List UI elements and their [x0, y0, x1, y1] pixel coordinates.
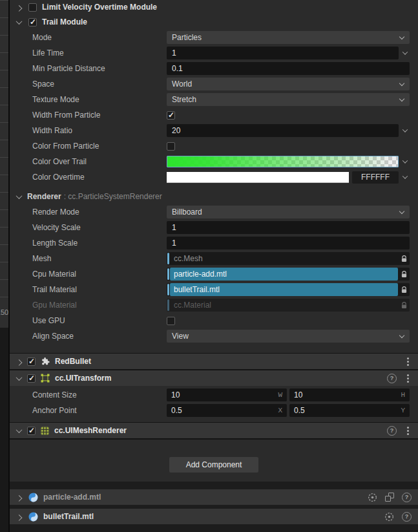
- property-label: Width Ratio: [10, 126, 167, 135]
- input-value: 0.5: [294, 406, 401, 415]
- curve-mode-chevron-icon[interactable]: [401, 51, 410, 55]
- component-header-uimeshrenderer[interactable]: cc.UIMeshRenderer: [10, 423, 418, 438]
- adjacent-panel-edge: 50: [0, 0, 8, 532]
- property-label: Life Time: [10, 48, 167, 58]
- chevron-down-icon[interactable]: [14, 17, 23, 27]
- kebab-menu-icon[interactable]: [403, 425, 412, 436]
- curve-mode-chevron-icon[interactable]: [401, 129, 410, 133]
- content-size-height-input[interactable]: 10 H: [289, 388, 410, 401]
- life-time-input[interactable]: 1: [167, 47, 399, 59]
- space-dropdown[interactable]: World: [167, 78, 410, 90]
- chevron-right-icon[interactable]: [14, 357, 23, 366]
- help-icon[interactable]: [387, 374, 397, 383]
- color-mode-chevron-icon[interactable]: [401, 175, 410, 179]
- texture-mode-dropdown[interactable]: Stretch: [167, 93, 410, 106]
- property-label: Align Space: [10, 332, 167, 341]
- velocity-scale-input[interactable]: 1: [167, 221, 410, 234]
- property-row-space: Space World: [10, 76, 418, 92]
- panel-bottom-fill: [10, 524, 418, 532]
- hex-value-box[interactable]: FFFFFF: [352, 171, 399, 184]
- property-row-cpu-material: Cpu Material particle-add.mtl: [10, 266, 418, 282]
- node-header-redbullet[interactable]: RedBullet: [10, 354, 418, 369]
- color-swatch[interactable]: [167, 172, 349, 183]
- chevron-down-icon: [399, 81, 404, 86]
- asset-slot-value: particle-add.mtl: [170, 268, 398, 281]
- align-space-dropdown[interactable]: View: [167, 330, 410, 343]
- property-row-mesh: Mesh cc.Mesh: [10, 251, 418, 266]
- anchor-point-x-input[interactable]: 0.5 X: [167, 404, 287, 417]
- property-label: Color Overtime: [10, 173, 167, 182]
- add-component-button[interactable]: Add Component: [169, 457, 258, 473]
- chevron-right-icon[interactable]: [14, 512, 23, 521]
- help-icon[interactable]: [402, 493, 412, 502]
- node-enabled-checkbox[interactable]: [27, 357, 36, 366]
- asset-name: particle-add.mtl: [43, 493, 101, 502]
- chevron-right-icon[interactable]: [14, 493, 23, 502]
- anchor-point-y-input[interactable]: 0.5 Y: [289, 404, 410, 417]
- mode-dropdown[interactable]: Particles: [167, 31, 410, 44]
- property-label: Color Over Trail: [10, 157, 167, 166]
- property-row-color-from-particle: Color From Particle: [10, 138, 418, 154]
- axis-suffix-y: Y: [401, 407, 405, 414]
- asset-header-bullettrail[interactable]: bulletTrail.mtl: [10, 509, 418, 524]
- copy-icon[interactable]: [385, 493, 394, 502]
- cpu-material-asset-slot[interactable]: particle-add.mtl: [167, 268, 410, 281]
- render-mode-dropdown[interactable]: Billboard: [167, 206, 410, 218]
- lock-icon[interactable]: [399, 283, 410, 296]
- property-row-min-particle-distance: Min Particle Distance 0.1: [10, 61, 418, 76]
- property-row-mode: Mode Particles: [10, 30, 418, 45]
- gradient-mode-chevron-icon[interactable]: [401, 160, 410, 164]
- min-particle-distance-input[interactable]: 0.1: [167, 62, 410, 75]
- use-gpu-checkbox[interactable]: [167, 317, 175, 325]
- color-from-particle-checkbox[interactable]: [167, 142, 175, 151]
- width-ratio-input[interactable]: 20: [167, 124, 399, 137]
- property-label: Velocity Scale: [10, 223, 167, 232]
- chevron-down-icon[interactable]: [14, 426, 23, 435]
- renderer-section-header[interactable]: Renderer : cc.ParticleSystemRenderer: [10, 189, 418, 204]
- property-label: Content Size: [10, 390, 167, 399]
- property-label: Mesh: [10, 254, 167, 263]
- asset-slot-placeholder: cc.Mesh: [170, 252, 398, 265]
- asset-slot-value: bulletTrail.mtl: [170, 283, 398, 296]
- locate-asset-icon[interactable]: [384, 512, 394, 522]
- input-value: 0.5: [171, 406, 278, 415]
- component-enabled-checkbox[interactable]: [27, 374, 36, 383]
- grid-strip: [0, 0, 8, 328]
- node-name: RedBullet: [55, 357, 91, 366]
- component-name: cc.UIMeshRenderer: [54, 426, 127, 435]
- chevron-down-icon[interactable]: [14, 374, 23, 383]
- gradient-swatch[interactable]: [167, 156, 399, 167]
- section-title: Renderer: [27, 192, 61, 201]
- property-label: Width From Particle: [10, 111, 167, 120]
- locate-asset-icon[interactable]: [368, 493, 377, 502]
- axis-suffix-w: W: [278, 391, 282, 399]
- kebab-menu-icon[interactable]: [403, 373, 412, 383]
- input-value: 1: [172, 239, 176, 248]
- uitransform-icon: [41, 374, 50, 383]
- trail-material-asset-slot[interactable]: bulletTrail.mtl: [167, 283, 410, 296]
- mesh-asset-slot[interactable]: cc.Mesh: [167, 252, 410, 265]
- lock-icon[interactable]: [399, 268, 410, 281]
- chevron-down-icon[interactable]: [14, 192, 23, 201]
- module-checkbox[interactable]: [28, 18, 37, 27]
- help-icon[interactable]: [402, 512, 412, 522]
- component-name: cc.UITransform: [55, 374, 111, 383]
- content-size-width-input[interactable]: 10 W: [167, 388, 287, 401]
- dropdown-value: Billboard: [172, 207, 202, 217]
- asset-slot-accent: [167, 284, 169, 295]
- property-row-use-gpu: Use GPU: [10, 313, 418, 328]
- property-row-length-scale: Length Scale 1: [10, 235, 418, 251]
- component-header-uitransform[interactable]: cc.UITransform: [10, 370, 418, 386]
- property-label: Space: [10, 80, 167, 89]
- length-scale-input[interactable]: 1: [167, 237, 410, 250]
- help-icon[interactable]: [387, 426, 397, 436]
- chevron-right-icon[interactable]: [14, 3, 23, 12]
- asset-header-particle-add[interactable]: particle-add.mtl: [10, 489, 418, 505]
- component-enabled-checkbox[interactable]: [27, 427, 36, 435]
- module-checkbox[interactable]: [28, 3, 37, 12]
- width-from-particle-checkbox[interactable]: [167, 111, 175, 120]
- lock-icon[interactable]: [399, 252, 410, 265]
- kebab-menu-icon[interactable]: [403, 356, 412, 367]
- property-label: Render Mode: [10, 207, 167, 217]
- input-value: 10: [294, 390, 401, 399]
